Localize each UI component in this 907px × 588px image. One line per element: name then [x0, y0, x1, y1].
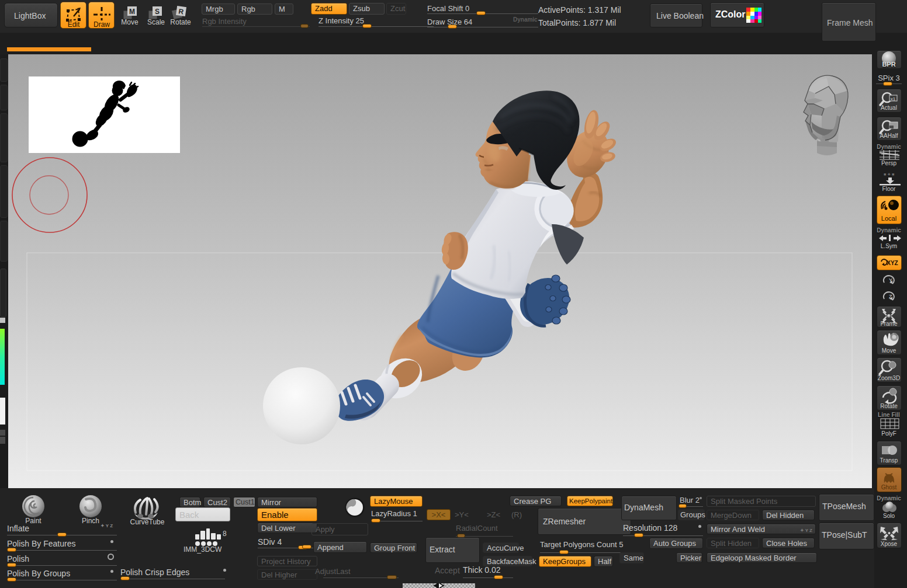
svg-text:Z: Z	[889, 294, 892, 300]
svg-text:8: 8	[223, 530, 227, 538]
svg-text:Frame: Frame	[881, 321, 898, 327]
svg-text:Draw: Draw	[94, 20, 110, 29]
svg-text:M: M	[129, 8, 135, 16]
svg-text:Transp: Transp	[880, 457, 898, 464]
svg-text:Rotate: Rotate	[170, 18, 191, 26]
svg-text:Y: Y	[889, 277, 892, 283]
svg-text:XYZ: XYZ	[887, 260, 898, 266]
svg-text:BPR: BPR	[882, 61, 895, 68]
svg-text:Rotate: Rotate	[880, 403, 898, 409]
svg-text:Actual: Actual	[881, 105, 897, 111]
svg-text:S: S	[155, 8, 160, 16]
svg-text:Move: Move	[882, 347, 896, 354]
svg-text:x1: x1	[891, 96, 896, 102]
svg-text:Move: Move	[121, 18, 139, 26]
svg-text:Local: Local	[881, 215, 896, 222]
svg-text:Zoom3D: Zoom3D	[878, 375, 900, 381]
svg-text:Xpose: Xpose	[881, 541, 898, 547]
svg-text:Ghost: Ghost	[881, 484, 897, 490]
svg-text:CurveTube: CurveTube	[130, 518, 165, 526]
svg-text:Pinch: Pinch	[82, 517, 99, 525]
svg-text:AAHalf: AAHalf	[880, 133, 898, 139]
svg-text:Scale: Scale	[147, 18, 165, 26]
svg-text:Edit: Edit	[68, 20, 80, 29]
